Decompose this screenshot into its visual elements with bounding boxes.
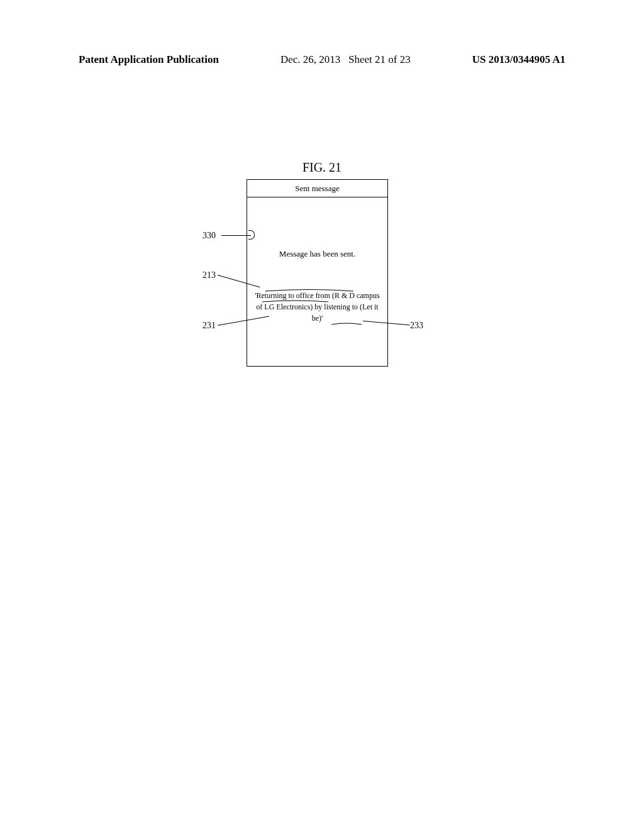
ref-213: 213 xyxy=(203,270,216,280)
message-body: 'Returning to office from (R & D campus … xyxy=(247,290,387,324)
underline-curve-1 xyxy=(265,289,353,294)
ref-231: 231 xyxy=(203,321,216,331)
header-date: Dec. 26, 2013 xyxy=(280,53,340,65)
header-publication: Patent Application Publication xyxy=(79,53,219,66)
header-sheet: Sheet 21 of 23 xyxy=(348,53,411,65)
status-text: Message has been sent. xyxy=(247,249,387,259)
ref-330: 330 xyxy=(203,231,216,241)
underline-curve-3 xyxy=(331,322,362,327)
header-center: Dec. 26, 2013 Sheet 21 of 23 xyxy=(280,53,411,66)
phone-screen: Sent message Message has been sent. 'Ret… xyxy=(247,179,388,367)
lead-line-330 xyxy=(221,235,251,236)
figure-label: FIG. 21 xyxy=(303,160,341,175)
screen-title: Sent message xyxy=(247,180,387,197)
header-pubno: US 2013/0344905 A1 xyxy=(472,53,565,66)
underline-curve-2 xyxy=(262,299,328,304)
page-header: Patent Application Publication Dec. 26, … xyxy=(0,53,644,66)
ref-233: 233 xyxy=(410,321,423,331)
